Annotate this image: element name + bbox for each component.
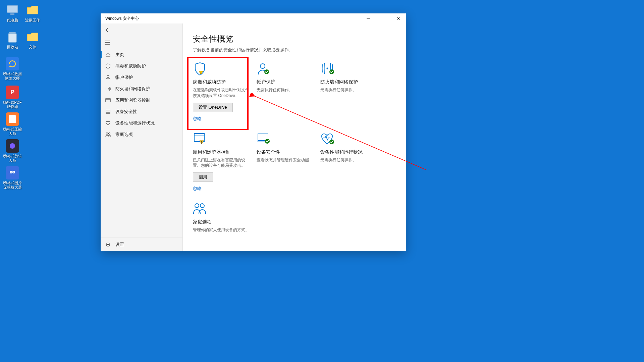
tile-family[interactable]: 家庭选项 管理你的家人使用设备的方式。 bbox=[193, 202, 252, 237]
desktop-icon-label: 回收站 bbox=[2, 45, 23, 49]
enable-button[interactable]: 启用 bbox=[193, 172, 213, 182]
nav-account[interactable]: 帐户保护 bbox=[101, 72, 182, 83]
desktop-icon-label: 嗨格式图片无损放大器 bbox=[2, 181, 23, 190]
desktop-icon-label: 近期工作 bbox=[22, 18, 43, 22]
heart-check-icon bbox=[320, 132, 379, 147]
svg-point-30 bbox=[327, 68, 328, 69]
desktop-icon-app-4[interactable]: 嗨格式剪辑大师 bbox=[2, 139, 23, 163]
tile-description: 无需执行任何操作。 bbox=[257, 87, 315, 93]
desktop-icon-label: 嗨格式PDF转换器 bbox=[2, 100, 23, 109]
tile-firewall[interactable]: 防火墙和网络保护 无需执行任何操作。 bbox=[320, 62, 379, 122]
folder-icon bbox=[26, 3, 39, 17]
tile-title: 防火墙和网络保护 bbox=[320, 79, 379, 85]
shield-icon bbox=[105, 63, 111, 69]
hamburger-button[interactable] bbox=[101, 36, 114, 49]
svg-rect-3 bbox=[9, 115, 16, 123]
svg-rect-1 bbox=[10, 13, 14, 15]
tile-title: 帐户保护 bbox=[257, 79, 315, 85]
desktop-icon-app-5[interactable]: 嗨格式图片无损放大器 bbox=[2, 166, 23, 190]
tile-description: 在遭遇勒索软件攻击时针对文件恢复选项设置 OneDrive。 bbox=[193, 87, 252, 99]
nav-settings[interactable]: 设置 bbox=[101, 238, 182, 251]
svg-rect-32 bbox=[194, 134, 204, 142]
nav-label: 帐户保护 bbox=[115, 74, 133, 81]
desktop-icon-label: 此电脑 bbox=[2, 18, 23, 22]
app-icon bbox=[6, 112, 19, 126]
svg-rect-2 bbox=[8, 34, 16, 42]
svg-point-24 bbox=[106, 243, 110, 246]
close-button[interactable] bbox=[391, 13, 406, 23]
account-icon bbox=[105, 75, 111, 80]
tile-app-browser[interactable]: 应用和浏览器控制 已关闭阻止潜在有害应用的设置。您的设备可能易受攻击。 启用 忽… bbox=[193, 132, 252, 192]
device-icon bbox=[105, 109, 111, 114]
heart-icon bbox=[105, 120, 111, 126]
svg-point-28 bbox=[260, 64, 265, 68]
minimize-button[interactable] bbox=[361, 13, 376, 23]
tile-description: 已关闭阻止潜在有害应用的设置。您的设备可能易受攻击。 bbox=[193, 157, 252, 169]
svg-point-25 bbox=[107, 244, 109, 245]
nav-home[interactable]: 主页 bbox=[101, 49, 182, 60]
tile-description: 查看状态并管理硬件安全功能 bbox=[257, 157, 315, 163]
main-content: 安全性概览 了解设备当前的安全性和运行情况并采取必要操作。 病毒和威胁防护 在遭… bbox=[183, 23, 406, 251]
tile-title: 设备性能和运行状况 bbox=[320, 149, 379, 155]
tile-virus-threat[interactable]: 病毒和威胁防护 在遭遇勒索软件攻击时针对文件恢复选项设置 OneDrive。 设… bbox=[193, 62, 252, 122]
desktop-icon-app-2[interactable]: P 嗨格式PDF转换器 bbox=[2, 86, 23, 109]
home-icon bbox=[105, 52, 111, 57]
maximize-icon bbox=[382, 17, 385, 20]
app-icon bbox=[6, 57, 19, 70]
nav-health[interactable]: 设备性能和运行状况 bbox=[101, 117, 182, 129]
desktop-icon-app-1[interactable]: 嗨格式数据恢复大师 bbox=[2, 57, 23, 81]
titlebar[interactable]: Windows 安全中心 bbox=[101, 13, 406, 23]
dismiss-link[interactable]: 忽略 bbox=[193, 186, 202, 192]
svg-point-17 bbox=[108, 89, 109, 90]
svg-rect-0 bbox=[7, 5, 18, 13]
svg-point-7 bbox=[11, 172, 12, 173]
account-check-icon bbox=[257, 62, 315, 77]
nav-firewall[interactable]: 防火墙和网络保护 bbox=[101, 83, 182, 95]
folder-icon bbox=[26, 30, 39, 44]
setup-onedrive-button[interactable]: 设置 OneDrive bbox=[193, 103, 233, 112]
network-icon bbox=[105, 86, 111, 92]
svg-point-23 bbox=[109, 133, 110, 135]
dismiss-link[interactable]: 忽略 bbox=[193, 116, 202, 122]
svg-point-16 bbox=[107, 75, 109, 77]
app-icon bbox=[6, 139, 19, 153]
desktop-icon-app-3[interactable]: 嗨格式压缩大师 bbox=[2, 112, 23, 136]
back-button[interactable] bbox=[101, 23, 114, 36]
windows-security-window: Windows 安全中心 主页 bbox=[101, 13, 406, 251]
family-icon bbox=[105, 132, 111, 137]
svg-point-40 bbox=[195, 204, 199, 208]
nav-virus[interactable]: 病毒和威胁防护 bbox=[101, 60, 182, 72]
nav-label: 家庭选项 bbox=[115, 132, 133, 138]
tile-device-security[interactable]: 设备安全性 查看状态并管理硬件安全功能 bbox=[257, 132, 315, 192]
tile-description: 无需执行任何操作。 bbox=[320, 87, 379, 93]
minimize-icon bbox=[367, 17, 370, 20]
desktop-icon-recycle-bin[interactable]: 回收站 bbox=[2, 30, 23, 49]
svg-rect-18 bbox=[106, 99, 110, 102]
tile-title: 家庭选项 bbox=[193, 219, 252, 225]
family-icon bbox=[193, 202, 252, 217]
desktop-icon-this-pc[interactable]: 此电脑 bbox=[2, 3, 23, 22]
tile-description: 无需执行任何操作。 bbox=[320, 157, 379, 163]
desktop-icon-files[interactable]: 文件 bbox=[22, 30, 43, 49]
nav-label: 病毒和威胁防护 bbox=[115, 63, 146, 69]
tile-title: 病毒和威胁防护 bbox=[193, 79, 252, 85]
tile-title: 应用和浏览器控制 bbox=[193, 149, 252, 155]
network-check-icon bbox=[320, 62, 379, 77]
tile-account-protection[interactable]: 帐户保护 无需执行任何操作。 bbox=[257, 62, 315, 122]
nav-label: 设置 bbox=[115, 242, 124, 248]
nav-label: 设备安全性 bbox=[115, 109, 137, 115]
maximize-button[interactable] bbox=[376, 13, 391, 23]
svg-point-41 bbox=[200, 204, 204, 208]
nav-app-browser[interactable]: 应用和浏览器控制 bbox=[101, 95, 182, 106]
svg-point-8 bbox=[13, 172, 14, 173]
tile-description: 管理你的家人使用设备的方式。 bbox=[193, 227, 252, 233]
svg-point-35 bbox=[201, 143, 202, 144]
nav-family[interactable]: 家庭选项 bbox=[101, 129, 182, 140]
nav-device-security[interactable]: 设备安全性 bbox=[101, 106, 182, 117]
tile-health[interactable]: 设备性能和运行状况 无需执行任何操作。 bbox=[320, 132, 379, 192]
this-pc-icon bbox=[6, 3, 19, 17]
recycle-bin-icon bbox=[6, 30, 19, 44]
desktop-icon-recent-work[interactable]: 近期工作 bbox=[22, 3, 43, 22]
desktop-icon-label: 文件 bbox=[22, 45, 43, 49]
desktop-icon-label: 嗨格式压缩大师 bbox=[2, 127, 23, 136]
